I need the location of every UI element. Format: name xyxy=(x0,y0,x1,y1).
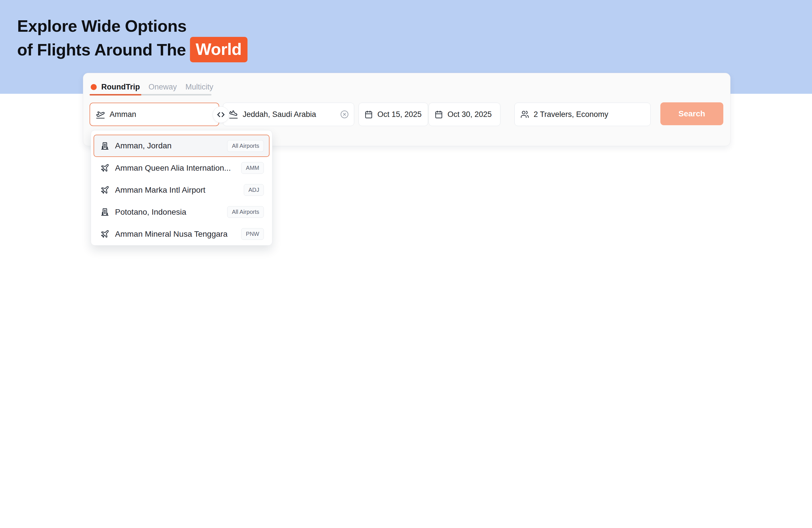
title-highlight-badge: World xyxy=(190,37,247,62)
tab-roundtrip-label: RoundTrip xyxy=(101,82,140,91)
plane-landing-icon xyxy=(229,110,238,119)
city-building-icon xyxy=(100,208,109,216)
suggestion-badge: All Airports xyxy=(227,140,264,152)
plane-icon xyxy=(100,229,109,238)
return-date-field[interactable]: Oct 30, 2025 xyxy=(429,103,501,126)
tab-multicity-label: Multicity xyxy=(185,82,214,91)
suggestion-badge: ADJ xyxy=(244,184,264,196)
suggestion-item-amman-mineral[interactable]: Amman Mineral Nusa Tenggara PNW xyxy=(93,223,270,245)
tab-oneway[interactable]: Oneway xyxy=(148,82,177,91)
tab-underline-active xyxy=(89,94,141,95)
suggestion-item-queen-alia[interactable]: Amman Queen Alia Internation... AMM xyxy=(93,157,270,179)
destination-value: Jeddah, Saudi Arabia xyxy=(243,110,337,119)
clear-destination-button[interactable] xyxy=(340,110,349,119)
travelers-value: 2 Travelers, Economy xyxy=(534,110,608,119)
suggestion-label: Amman Queen Alia Internation... xyxy=(115,164,231,173)
plane-takeoff-icon xyxy=(96,110,105,119)
tab-multicity[interactable]: Multicity xyxy=(185,82,214,91)
plane-icon xyxy=(100,185,109,194)
calendar-icon xyxy=(364,110,373,119)
suggestion-item-pototano[interactable]: Pototano, Indonesia All Airports xyxy=(93,201,270,223)
calendar-icon xyxy=(435,110,443,119)
suggestion-item-marka[interactable]: Amman Marka Intl Airport ADJ xyxy=(93,179,270,201)
swap-origin-destination-button[interactable] xyxy=(213,106,229,123)
travelers-users-icon xyxy=(520,110,529,119)
search-button[interactable]: Search xyxy=(661,102,723,125)
tab-oneway-label: Oneway xyxy=(148,82,177,91)
suggestion-label: Amman, Jordan xyxy=(115,141,172,150)
destination-field[interactable]: Jeddah, Saudi Arabia xyxy=(223,103,354,126)
suggestion-item-amman-jordan[interactable]: Amman, Jordan All Airports xyxy=(93,135,270,157)
suggestion-badge: All Airports xyxy=(227,206,264,218)
page-title: Explore Wide Options of Flights Around T… xyxy=(17,15,247,62)
suggestion-badge: PNW xyxy=(241,228,264,240)
swap-chevrons-icon xyxy=(217,111,225,119)
tab-roundtrip[interactable]: RoundTrip xyxy=(91,82,140,91)
origin-input[interactable] xyxy=(110,110,214,119)
suggestion-label: Amman Mineral Nusa Tenggara xyxy=(115,229,228,239)
return-date-value: Oct 30, 2025 xyxy=(448,110,492,119)
travelers-field[interactable]: 2 Travelers, Economy xyxy=(514,103,651,126)
page-title-line1: Explore Wide Options xyxy=(17,15,187,37)
trip-type-tabs: RoundTrip Oneway Multicity xyxy=(91,82,214,91)
origin-field[interactable] xyxy=(89,103,219,126)
city-building-icon xyxy=(100,141,109,150)
tab-underline-track xyxy=(89,94,212,95)
circle-x-icon xyxy=(340,110,349,119)
active-tab-dot-icon xyxy=(91,84,97,90)
page-title-line2: of Flights Around The xyxy=(17,39,186,61)
airport-suggestions-dropdown: Amman, Jordan All Airports Amman Queen A… xyxy=(91,130,272,245)
suggestion-label: Pototano, Indonesia xyxy=(115,208,186,217)
depart-date-field[interactable]: Oct 15, 2025 xyxy=(359,103,428,126)
suggestion-label: Amman Marka Intl Airport xyxy=(115,185,205,195)
depart-date-value: Oct 15, 2025 xyxy=(377,110,422,119)
plane-icon xyxy=(100,164,109,172)
suggestion-badge: AMM xyxy=(241,162,264,174)
